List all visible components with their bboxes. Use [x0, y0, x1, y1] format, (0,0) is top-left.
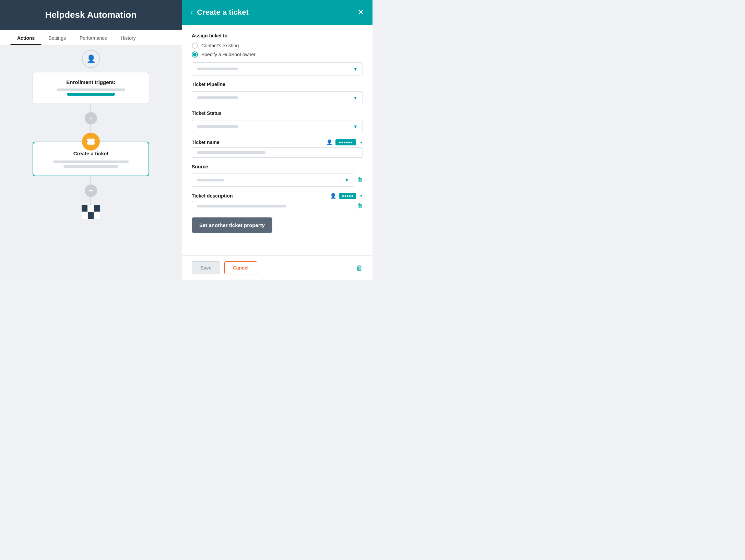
radio-hubspot-owner[interactable]: Specify a HubSpot owner	[192, 51, 363, 58]
right-panel-title: Create a ticket	[197, 8, 357, 17]
footer-trash-icon[interactable]: 🗑	[356, 264, 363, 272]
source-skeleton	[197, 179, 224, 181]
tab-settings[interactable]: Settings	[42, 30, 73, 45]
source-label: Source	[192, 164, 363, 169]
ticket-desc-person-icon: 👤	[330, 193, 336, 199]
add-button-2[interactable]: +	[85, 184, 97, 197]
set-property-button[interactable]: Set another ticket property	[192, 217, 272, 233]
enrollment-avatar: 👤	[82, 50, 100, 68]
ticket-name-input[interactable]	[192, 147, 363, 158]
end-cell	[88, 205, 94, 212]
app-title: Helpdesk Automation	[0, 0, 182, 30]
radio-contact-existing[interactable]: Contact's existing	[192, 43, 363, 49]
radio-label-1: Contact's existing	[201, 43, 239, 48]
header-title-text: Helpdesk Automation	[45, 10, 137, 20]
end-icon	[82, 205, 100, 219]
status-chevron-icon: ▼	[353, 124, 358, 129]
right-panel: ‹ Create a ticket ✕ Assign ticket to Con…	[182, 0, 372, 280]
ticket-skeleton-2	[63, 165, 118, 168]
end-cell	[82, 212, 87, 219]
chevron-down-icon: ▼	[353, 66, 358, 72]
tab-actions[interactable]: Actions	[10, 30, 42, 45]
tabs-bar: Actions Settings Performance History	[0, 30, 182, 45]
status-dropdown[interactable]: ▼	[192, 120, 363, 133]
ticket-desc-label: Ticket description	[192, 193, 327, 199]
ticket-desc-badge: ●●●●●	[339, 193, 356, 199]
ticket-name-person-icon: 👤	[326, 139, 333, 145]
pipeline-dropdown[interactable]: ▼	[192, 91, 363, 104]
source-chevron-icon: ▼	[344, 177, 349, 183]
save-button[interactable]: Save	[192, 261, 220, 274]
source-row: ▼ 🗑	[192, 174, 363, 187]
canvas-area: 👤 Enrollment triggers: + Create a ticket	[0, 45, 182, 280]
radio-group-assign: Contact's existing Specify a HubSpot own…	[192, 43, 363, 58]
ticket-name-label: Ticket name	[192, 140, 323, 145]
end-cell	[88, 212, 94, 219]
source-dropdown[interactable]: ▼	[192, 174, 354, 187]
right-header: ‹ Create a ticket ✕	[182, 0, 372, 25]
tab-history[interactable]: History	[114, 30, 143, 45]
ticket-status-label: Ticket Status	[192, 110, 363, 116]
pipeline-skeleton	[197, 96, 238, 99]
radio-label-2: Specify a HubSpot owner	[201, 52, 256, 57]
right-content: Assign ticket to Contact's existing Spec…	[182, 25, 372, 255]
skeleton-1	[57, 88, 125, 91]
back-button[interactable]: ‹	[190, 8, 193, 17]
ticket-desc-input[interactable]	[192, 201, 354, 211]
ticket-name-badge: ●●●●●●	[335, 139, 356, 145]
left-panel: Helpdesk Automation Actions Settings Per…	[0, 0, 182, 280]
assign-label: Assign ticket to	[192, 33, 363, 38]
owner-skeleton	[197, 68, 238, 70]
add-button-1[interactable]: +	[85, 112, 97, 124]
end-cell	[94, 205, 100, 212]
radio-inner-2	[193, 53, 197, 56]
cancel-button[interactable]: Cancel	[224, 261, 257, 274]
radio-outer-1[interactable]	[192, 43, 198, 49]
close-button[interactable]: ✕	[357, 8, 364, 17]
ticket-skeleton-1	[53, 160, 129, 163]
skeleton-teal	[67, 93, 115, 96]
ticket-pipeline-label: Ticket Pipeline	[192, 82, 363, 87]
pipeline-chevron-icon: ▼	[353, 95, 358, 100]
tab-performance[interactable]: Performance	[73, 30, 114, 45]
ticket-card-title: Create a ticket	[40, 151, 142, 156]
right-footer: Save Cancel 🗑	[182, 255, 372, 280]
ticket-name-skeleton	[197, 151, 265, 154]
ticket-icon	[86, 137, 95, 146]
connector-3	[91, 176, 91, 184]
desc-skeleton	[197, 205, 286, 207]
ticket-icon-circle	[82, 133, 100, 151]
person-icon: 👤	[86, 55, 96, 63]
desc-row: 🗑	[192, 201, 363, 211]
enrollment-title: Enrollment triggers:	[40, 79, 142, 85]
ticket-desc-badge-chevron: ▼	[359, 194, 363, 198]
end-cell	[94, 212, 100, 219]
owner-dropdown[interactable]: ▼	[192, 62, 363, 75]
desc-trash-icon[interactable]: 🗑	[357, 203, 363, 210]
connector-4	[91, 197, 91, 205]
end-cell	[82, 205, 87, 212]
source-trash-icon[interactable]: 🗑	[357, 177, 363, 183]
connector-1	[91, 104, 91, 112]
radio-outer-2[interactable]	[192, 51, 198, 58]
enrollment-card: Enrollment triggers:	[33, 72, 149, 104]
ticket-name-badge-chevron: ▼	[359, 141, 363, 144]
ticket-desc-row: Ticket description 👤 ●●●●● ▼	[192, 193, 363, 199]
connector-2	[91, 124, 91, 133]
ticket-name-row: Ticket name 👤 ●●●●●● ▼	[192, 139, 363, 145]
status-skeleton	[197, 125, 238, 128]
